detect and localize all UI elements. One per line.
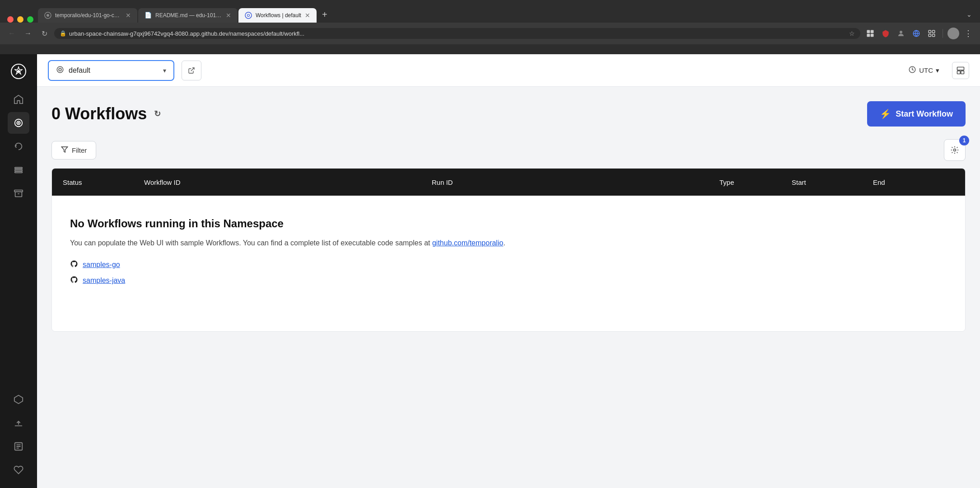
sidebar-item-workflows[interactable] (8, 112, 29, 134)
browser-toolbar: ← → ↻ 🔒 urban-space-chainsaw-g7qxj96742v… (0, 23, 980, 44)
settings-badge: 1 (959, 136, 969, 145)
refresh-icon[interactable]: ↻ (154, 109, 161, 119)
lightning-icon: ⚡ (880, 108, 891, 119)
browser-tab-1[interactable]: temporalio/edu-101-go-code ✕ (38, 8, 137, 23)
back-button[interactable]: ← (5, 27, 18, 40)
settings-btn-wrapper: 1 (944, 139, 966, 161)
lock-icon: 🔒 (60, 30, 66, 37)
tab-close-2[interactable]: ✕ (226, 12, 231, 19)
svg-rect-20 (15, 172, 23, 173)
sidebar-item-archive[interactable] (8, 183, 29, 204)
main-content: default ▾ UTC ▾ 0 Wo (37, 54, 980, 488)
sidebar-item-home[interactable] (8, 89, 29, 110)
tab-favicon-2: 📄 (145, 12, 152, 19)
svg-rect-10 (929, 34, 931, 37)
sidebar-item-logs[interactable] (8, 436, 29, 457)
github-icon-2 (70, 276, 78, 286)
clock-icon (908, 66, 916, 75)
samples-go-label: samples-go (83, 261, 120, 269)
tab-title-3: Workflows | default (256, 12, 301, 19)
start-workflow-label: Start Workflow (896, 109, 953, 119)
github-icon-1 (70, 260, 78, 270)
svg-marker-23 (14, 395, 23, 404)
browser-chrome: temporalio/edu-101-go-code ✕ 📄 README.md… (0, 0, 980, 54)
puzzle-icon[interactable] (925, 27, 938, 40)
col-end: End (873, 169, 954, 196)
top-bar: default ▾ UTC ▾ (37, 54, 980, 87)
namespace-icon (56, 66, 64, 75)
browser-tab-3[interactable]: Workflows | default ✕ (238, 8, 317, 23)
sidebar-item-stacks[interactable] (8, 159, 29, 181)
samples-java-link[interactable]: samples-java (70, 276, 947, 286)
timezone-selector[interactable]: UTC ▾ (908, 66, 939, 75)
forward-button[interactable]: → (22, 27, 34, 40)
profile-icon[interactable] (895, 27, 907, 40)
external-link-button[interactable] (182, 61, 201, 80)
address-text: urban-space-chainsaw-g7qxj96742vgq4-8080… (69, 30, 846, 37)
tab-expand-button[interactable]: ⌄ (962, 7, 976, 22)
filter-button[interactable]: Filter (51, 141, 96, 160)
col-type: Type (719, 169, 792, 196)
col-status: Status (63, 169, 144, 196)
more-menu-button[interactable]: ⋮ (962, 27, 975, 40)
svg-rect-2 (867, 30, 870, 33)
tab-close-3[interactable]: ✕ (305, 12, 310, 19)
temporalio-link[interactable]: github.com/temporalio (432, 239, 503, 247)
sidebar (0, 54, 37, 488)
sidebar-item-upload[interactable] (8, 412, 29, 434)
sidebar-bottom (8, 389, 29, 481)
sidebar-item-favorite[interactable] (8, 459, 29, 481)
page-title: 0 Workflows ↻ (51, 104, 161, 123)
table-header: Status Workflow ID Run ID Type Start End (52, 169, 965, 196)
browser-tab-2[interactable]: 📄 README.md — edu-101-go-c ✕ (138, 8, 238, 23)
extensions-icon[interactable] (864, 27, 877, 40)
svg-rect-5 (871, 34, 874, 37)
reload-button[interactable]: ↻ (38, 27, 51, 40)
tab-favicon-3 (245, 12, 252, 19)
maximize-button[interactable] (27, 16, 33, 23)
col-start: Start (792, 169, 873, 196)
new-tab-button[interactable]: + (317, 7, 332, 22)
svg-point-35 (954, 149, 956, 151)
svg-rect-22 (15, 192, 22, 197)
samples-java-label: samples-java (83, 277, 125, 285)
app-layout: default ▾ UTC ▾ 0 Wo (0, 54, 980, 488)
sidebar-item-schedules[interactable] (8, 136, 29, 157)
svg-rect-19 (15, 169, 23, 171)
svg-point-17 (18, 122, 19, 123)
sidebar-logo[interactable] (9, 61, 28, 81)
filter-bar: Filter 1 (51, 139, 966, 161)
svg-marker-34 (61, 147, 67, 152)
vpn-icon (910, 27, 923, 40)
timezone-chevron-icon: ▾ (936, 66, 939, 75)
browser-tabs: temporalio/edu-101-go-code ✕ 📄 README.md… (0, 0, 980, 23)
close-button[interactable] (7, 16, 14, 23)
timezone-label: UTC (919, 66, 933, 74)
shield-icon (879, 27, 892, 40)
toolbar-icons: ⋮ (864, 27, 975, 40)
table-body: No Workflows running in this Namespace Y… (52, 196, 965, 331)
user-avatar[interactable] (947, 28, 959, 39)
toolbar-separator (943, 29, 943, 38)
samples-go-link[interactable]: samples-go (70, 260, 947, 270)
namespace-selector[interactable]: default ▾ (48, 60, 174, 81)
tab-favicon-1 (44, 12, 51, 19)
minimize-button[interactable] (17, 16, 23, 23)
svg-rect-3 (871, 30, 874, 33)
tab-close-1[interactable]: ✕ (126, 12, 131, 19)
empty-state-title: No Workflows running in this Namespace (70, 217, 947, 230)
svg-rect-8 (929, 30, 931, 33)
layout-toggle-button[interactable] (952, 62, 969, 79)
sidebar-item-deploy[interactable] (8, 389, 29, 410)
bookmark-icon[interactable]: ☆ (849, 30, 855, 37)
page-header: 0 Workflows ↻ ⚡ Start Workflow (51, 101, 966, 127)
svg-point-14 (17, 70, 20, 73)
tab-title-2: README.md — edu-101-go-c (155, 12, 222, 19)
start-workflow-button[interactable]: ⚡ Start Workflow (867, 101, 966, 127)
address-bar[interactable]: 🔒 urban-space-chainsaw-g7qxj96742vgq4-80… (54, 28, 860, 39)
svg-point-12 (951, 30, 956, 34)
svg-rect-24 (15, 426, 23, 427)
namespace-name: default (69, 66, 159, 75)
namespace-chevron-icon: ▾ (163, 67, 166, 74)
col-workflow-id: Workflow ID (144, 169, 432, 196)
